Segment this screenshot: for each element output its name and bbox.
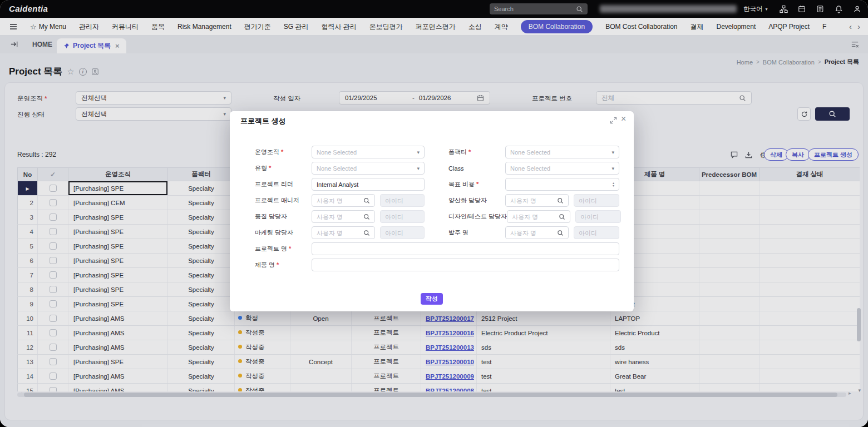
chevron-down-icon: ▾ (417, 150, 420, 155)
chevron-down-icon: ▾ (417, 166, 420, 171)
marketing-id-field (380, 226, 425, 239)
modal-org-select[interactable]: None Selected▾ (312, 146, 425, 158)
design-test-user-field[interactable] (512, 214, 556, 220)
field-label-mass-production: 양산화 담당자 (448, 196, 505, 205)
field-label-target-cost: 목표 비용* (448, 180, 505, 188)
field-label-quality: 품질 담당자 (255, 212, 312, 221)
modal-product-name-input[interactable] (312, 259, 619, 271)
search-icon[interactable] (557, 230, 564, 236)
quality-user-search[interactable] (312, 210, 375, 223)
search-icon[interactable] (363, 230, 370, 236)
mass-production-user-search[interactable] (505, 194, 569, 207)
quality-id-field (380, 210, 425, 223)
modal-class-select[interactable]: None Selected▾ (505, 162, 619, 175)
field-label-design-test: 디자인/테스트 담당자 (448, 212, 507, 221)
product-name-field[interactable] (317, 262, 614, 269)
target-cost-field[interactable] (510, 181, 610, 188)
manager-user-field[interactable] (317, 197, 361, 204)
chevron-down-icon: ▾ (611, 166, 614, 171)
marketing-user-field[interactable] (317, 230, 361, 236)
field-label-marketing: 마케팅 담당자 (255, 229, 312, 237)
submit-create-button[interactable]: 작성 (421, 293, 443, 305)
mass-production-user-field[interactable] (510, 197, 555, 204)
search-icon[interactable] (363, 197, 370, 204)
design-test-user-search[interactable] (507, 210, 570, 223)
manager-id-field (380, 194, 425, 207)
field-label-product-name: 제품 명* (255, 261, 312, 269)
field-label-class: Class (448, 165, 505, 172)
search-icon[interactable] (557, 197, 564, 204)
order-id-field (574, 226, 619, 239)
order-user-search[interactable] (505, 226, 569, 239)
chevron-down-icon: ▾ (611, 150, 614, 155)
field-label-type: 유형* (255, 164, 312, 172)
field-label-order: 발주 명 (448, 229, 505, 237)
modal-leader-input[interactable] (312, 178, 425, 191)
project-name-field[interactable] (317, 246, 614, 252)
field-label-project-name: 프로젝트 명* (255, 245, 312, 253)
number-spinner-icon[interactable]: ▴▾ (613, 182, 614, 187)
mass-production-id-field (574, 194, 619, 207)
field-label-form-factor: 폼팩터* (448, 148, 505, 156)
marketing-user-search[interactable] (312, 226, 375, 239)
create-project-modal: 프로젝트 생성 × 운영조직* None Selected▾ 폼팩터* None… (230, 111, 634, 311)
design-test-id-field (575, 210, 621, 223)
field-label-leader: 프로젝트 리더 (255, 180, 312, 188)
leader-field[interactable] (317, 181, 420, 188)
search-icon[interactable] (363, 214, 370, 220)
modal-target-cost-input[interactable]: ▴▾ (505, 178, 619, 191)
modal-title: 프로젝트 생성 (240, 116, 286, 126)
search-icon[interactable] (559, 214, 565, 220)
modal-type-select[interactable]: None Selected▾ (312, 162, 425, 175)
manager-user-search[interactable] (312, 194, 375, 207)
quality-user-field[interactable] (317, 214, 361, 220)
order-user-field[interactable] (510, 230, 555, 236)
modal-form: 운영조직* None Selected▾ 폼팩터* None Selected▾… (255, 146, 619, 275)
modal-project-name-input[interactable] (312, 242, 619, 255)
close-modal-icon[interactable]: × (621, 114, 626, 124)
expand-modal-icon[interactable] (610, 117, 617, 124)
modal-form-factor-select[interactable]: None Selected▾ (505, 146, 619, 158)
field-label-manager: 프로젝트 매니저 (255, 196, 312, 205)
app-window: Caidentia Search 한국어 ▾ (0, 0, 868, 427)
field-label-org: 운영조직* (255, 148, 312, 156)
